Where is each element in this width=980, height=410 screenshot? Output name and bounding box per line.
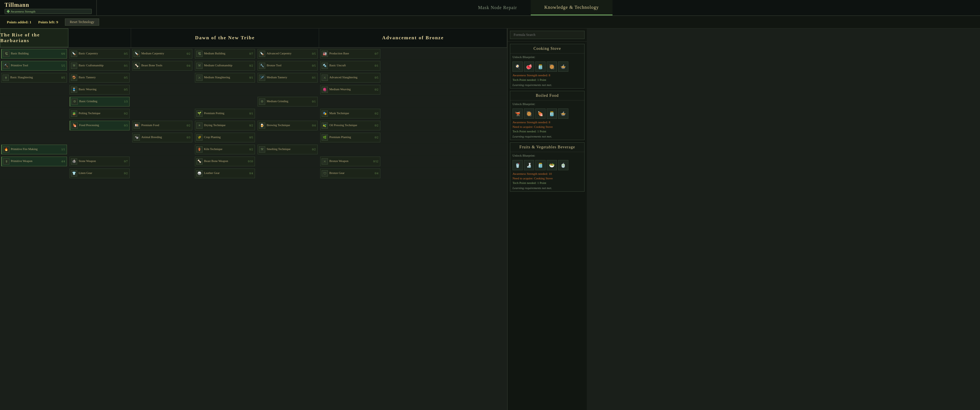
tech-node[interactable]: 🍖Food Processing0/3: [70, 121, 130, 130]
tech-node[interactable]: 🔩Basic Uncraft0/1: [320, 61, 380, 71]
search-bar: [508, 29, 587, 41]
grid-cell: ⚙Medium Grinding0/1: [256, 96, 319, 107]
tech-node[interactable]: ⚔Medium Slaughtering0/1: [195, 73, 255, 83]
tech-node[interactable]: ⚙Medium Grinding0/1: [258, 97, 318, 106]
tab-mask[interactable]: Mask Node Repair: [465, 0, 531, 15]
tech-node[interactable]: 🏭Production Base0/7: [320, 49, 380, 59]
tech-node[interactable]: 🏗Basic Building6/6: [1, 49, 67, 59]
tech-icon: 🌿: [321, 134, 328, 141]
tech-node[interactable]: 🦴Beast Bone Weapon0/10: [195, 157, 255, 166]
grid-cell: [68, 143, 131, 155]
tech-progress: 0/1: [249, 76, 253, 79]
tech-label: Smelting Technique: [267, 148, 310, 151]
tech-node[interactable]: ⚙Basic Grinding1/3: [70, 97, 130, 106]
tech-icon: 🪚: [134, 51, 140, 57]
tech-node[interactable]: ⚔Advanced Slaughtering0/5: [320, 73, 380, 83]
tech-node[interactable]: 🪚Medium Carpentry0/2: [132, 49, 192, 59]
tech-icon: 🗡: [3, 75, 9, 81]
tech-node[interactable]: 🦴Beast Bone Tools0/4: [132, 61, 192, 71]
tech-icon: 🧵: [71, 87, 77, 93]
tech-progress: 0/1: [124, 64, 127, 67]
tech-node[interactable]: 🧶Medium Weaving0/2: [320, 85, 380, 95]
tech-node[interactable]: 🎭Mask Technique0/2: [320, 109, 380, 118]
grid-cell: 🫒Oil Pressing Technique0/2: [319, 119, 382, 131]
tech-label: Primitive Weapon: [11, 159, 60, 163]
tech-node[interactable]: 🔧Bronze Tool0/5: [258, 61, 318, 71]
tab-knowledge[interactable]: Knowledge & Technology: [531, 0, 612, 15]
tech-node[interactable]: 🌱Premium Potting0/1: [195, 109, 255, 118]
reset-technology-button[interactable]: Reset Technology: [65, 19, 99, 25]
tech-label: Food Processing: [79, 124, 123, 127]
grid-cell: ⚙Basic Grinding1/3: [68, 96, 131, 107]
tech-node[interactable]: 🏗Medium Building0/7: [195, 49, 255, 59]
tech-node[interactable]: ⚒Basic Craftsmanship0/1: [70, 61, 130, 71]
tech-node[interactable]: 🗡Primitive Weapon4/4: [1, 157, 67, 166]
tech-icon: 🏭: [321, 51, 328, 57]
tech-node[interactable]: 🫒Oil Pressing Technique0/2: [320, 121, 380, 130]
tech-node[interactable]: 🌿Premium Planting0/2: [320, 133, 380, 142]
points-bar: Points added: 1 Points left: 9 Reset Tec…: [0, 16, 980, 29]
col-header-new-tribe: Dawn of the New Tribe: [131, 29, 319, 47]
tech-node[interactable]: 🗡Basic Slaughtering0/5: [1, 73, 67, 83]
tech-node[interactable]: ⚒Smelting Technique0/2: [258, 145, 318, 154]
grid-cell: [194, 84, 256, 95]
grid-cell: [131, 156, 194, 167]
tech-tree-scroll[interactable]: The Rise of the Barbarians Dawn of the N…: [0, 29, 507, 410]
tech-node[interactable]: 🛡Bronze Gear0/4: [320, 168, 380, 178]
tech-node[interactable]: 🌾Crop Planting0/5: [195, 133, 255, 142]
tech-node[interactable]: 🪡Medium Tannery0/1: [258, 73, 318, 83]
nav-tabs: Mask Node Repair Knowledge & Technology: [97, 0, 980, 15]
tech-progress: 0/5: [124, 52, 127, 55]
recipe-item-icon: 🍲: [558, 108, 568, 119]
tech-node[interactable]: 🔥Primitive Fire Making1/1: [1, 145, 67, 154]
tech-progress: 0/2: [375, 112, 378, 115]
recipe-cards: Cooking StoveUnlock Blueprint:🍳🥩🫙🥘🍲Aware…: [508, 44, 587, 192]
tech-node[interactable]: 🪚Advanced Carpentry0/5: [258, 49, 318, 59]
tech-icon: 🧶: [321, 87, 328, 93]
tech-node[interactable]: 🪴Polting Technique0/2: [70, 109, 130, 118]
tech-node[interactable]: ⚒Medium Craftsmanship0/2: [195, 61, 255, 71]
tech-node[interactable]: 🍱Premium Food0/2: [132, 121, 192, 130]
recipe-item-icon: 🍶: [524, 160, 534, 170]
grid-cell: [319, 143, 382, 155]
tech-icon: ☀: [196, 122, 202, 129]
tech-label: Basic Weaving: [79, 88, 123, 91]
tech-icon: 🏗: [3, 51, 10, 57]
tech-icon: ⚔: [321, 75, 328, 81]
awareness-label: Awareness Strength: [11, 10, 35, 13]
tech-node[interactable]: 🐄Animal Breeding0/3: [132, 133, 192, 142]
grid-cell: 🪚Basic Carpentry0/5: [68, 48, 131, 59]
tech-node[interactable]: 🪤Basic Tannery0/5: [70, 73, 130, 83]
tech-icon: 🔨: [3, 63, 10, 69]
tech-node[interactable]: 🏺Kiln Technique0/2: [195, 145, 255, 154]
tech-icon: 🔩: [321, 63, 328, 69]
tech-label: Brewing Technique: [267, 124, 310, 127]
grid-cell: 🏗Basic Building6/6: [0, 48, 68, 59]
tech-icon: 🔥: [3, 146, 10, 153]
grid-cell: 🥋Leather Gear0/4: [194, 167, 256, 179]
grid-cell: [194, 96, 256, 107]
tech-node[interactable]: 👕Linen Gear0/2: [70, 168, 130, 178]
tech-icon: 🗡: [3, 158, 10, 165]
search-input[interactable]: [510, 31, 585, 39]
table-row: 👕Linen Gear0/2🥋Leather Gear0/4🛡Bronze Ge…: [0, 167, 507, 180]
grid-cell: 🏺Kiln Technique0/2: [194, 143, 256, 155]
grid-cell: 🗡Primitive Weapon4/4: [0, 156, 68, 167]
right-panel: Cooking StoveUnlock Blueprint:🍳🥩🫙🥘🍲Aware…: [507, 29, 587, 410]
grid-cell: [68, 132, 131, 143]
tech-progress: 0/2: [375, 124, 378, 127]
tech-node[interactable]: 🪚Basic Carpentry0/5: [70, 49, 130, 59]
tech-node[interactable]: 🍺Brewing Technique0/4: [258, 121, 318, 130]
grid-cell: ⚔Advanced Slaughtering0/5: [319, 72, 382, 83]
tech-node[interactable]: ⚔Bronze Weapon0/12: [320, 157, 380, 166]
tech-node[interactable]: 🔨Primitive Tool5/5: [1, 61, 67, 71]
tech-node[interactable]: 🥋Leather Gear0/4: [195, 168, 255, 178]
tech-icon: 🌱: [196, 110, 202, 117]
grid-cell: ⚒Medium Craftsmanship0/2: [194, 60, 256, 72]
tech-progress: 0/2: [249, 124, 253, 127]
tech-progress: 0/5: [312, 52, 316, 55]
tech-node[interactable]: 🧵Basic Weaving0/5: [70, 85, 130, 95]
tech-progress: 0/2: [375, 88, 378, 91]
tech-node[interactable]: 🪨Stone Weapon0/7: [70, 157, 130, 166]
tech-node[interactable]: ☀Drying Technique0/2: [195, 121, 255, 130]
